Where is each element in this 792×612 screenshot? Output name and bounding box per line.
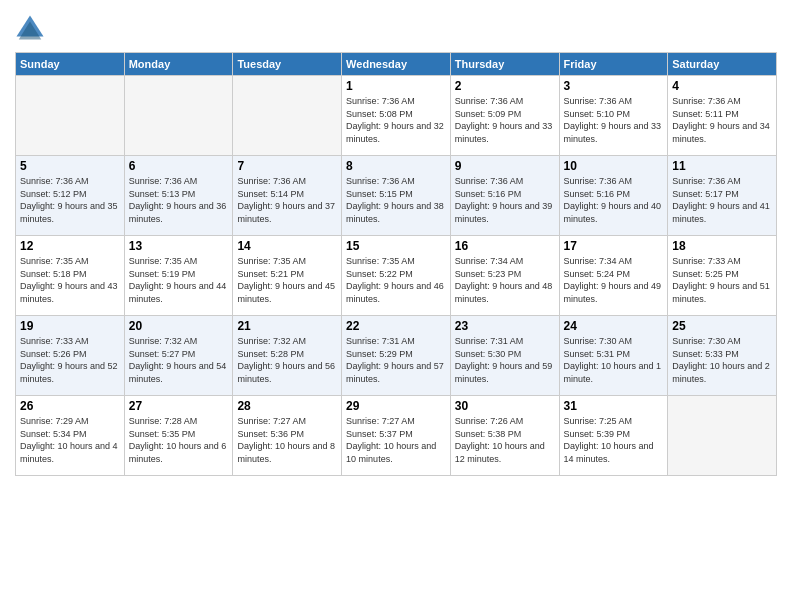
- calendar-cell: 15Sunrise: 7:35 AM Sunset: 5:22 PM Dayli…: [342, 236, 451, 316]
- calendar-cell: 30Sunrise: 7:26 AM Sunset: 5:38 PM Dayli…: [450, 396, 559, 476]
- day-info: Sunrise: 7:29 AM Sunset: 5:34 PM Dayligh…: [20, 415, 120, 465]
- weekday-header-tuesday: Tuesday: [233, 53, 342, 76]
- calendar-cell: 20Sunrise: 7:32 AM Sunset: 5:27 PM Dayli…: [124, 316, 233, 396]
- day-info: Sunrise: 7:28 AM Sunset: 5:35 PM Dayligh…: [129, 415, 229, 465]
- day-info: Sunrise: 7:36 AM Sunset: 5:16 PM Dayligh…: [564, 175, 664, 225]
- calendar-cell: 8Sunrise: 7:36 AM Sunset: 5:15 PM Daylig…: [342, 156, 451, 236]
- day-info: Sunrise: 7:36 AM Sunset: 5:11 PM Dayligh…: [672, 95, 772, 145]
- day-info: Sunrise: 7:35 AM Sunset: 5:21 PM Dayligh…: [237, 255, 337, 305]
- day-info: Sunrise: 7:27 AM Sunset: 5:36 PM Dayligh…: [237, 415, 337, 465]
- day-info: Sunrise: 7:36 AM Sunset: 5:09 PM Dayligh…: [455, 95, 555, 145]
- calendar-table: SundayMondayTuesdayWednesdayThursdayFrid…: [15, 52, 777, 476]
- page-container: SundayMondayTuesdayWednesdayThursdayFrid…: [0, 0, 792, 486]
- calendar-cell: 5Sunrise: 7:36 AM Sunset: 5:12 PM Daylig…: [16, 156, 125, 236]
- day-info: Sunrise: 7:26 AM Sunset: 5:38 PM Dayligh…: [455, 415, 555, 465]
- day-number: 9: [455, 159, 555, 173]
- day-number: 27: [129, 399, 229, 413]
- day-number: 20: [129, 319, 229, 333]
- weekday-header-thursday: Thursday: [450, 53, 559, 76]
- day-info: Sunrise: 7:35 AM Sunset: 5:22 PM Dayligh…: [346, 255, 446, 305]
- header: [15, 10, 777, 44]
- calendar-cell: 1Sunrise: 7:36 AM Sunset: 5:08 PM Daylig…: [342, 76, 451, 156]
- weekday-header-monday: Monday: [124, 53, 233, 76]
- day-info: Sunrise: 7:27 AM Sunset: 5:37 PM Dayligh…: [346, 415, 446, 465]
- day-info: Sunrise: 7:30 AM Sunset: 5:31 PM Dayligh…: [564, 335, 664, 385]
- day-info: Sunrise: 7:34 AM Sunset: 5:23 PM Dayligh…: [455, 255, 555, 305]
- weekday-header-friday: Friday: [559, 53, 668, 76]
- day-number: 5: [20, 159, 120, 173]
- day-info: Sunrise: 7:36 AM Sunset: 5:13 PM Dayligh…: [129, 175, 229, 225]
- day-info: Sunrise: 7:36 AM Sunset: 5:16 PM Dayligh…: [455, 175, 555, 225]
- calendar-cell: 12Sunrise: 7:35 AM Sunset: 5:18 PM Dayli…: [16, 236, 125, 316]
- day-number: 2: [455, 79, 555, 93]
- day-number: 11: [672, 159, 772, 173]
- calendar-cell: 7Sunrise: 7:36 AM Sunset: 5:14 PM Daylig…: [233, 156, 342, 236]
- day-number: 1: [346, 79, 446, 93]
- day-number: 13: [129, 239, 229, 253]
- day-info: Sunrise: 7:25 AM Sunset: 5:39 PM Dayligh…: [564, 415, 664, 465]
- day-info: Sunrise: 7:36 AM Sunset: 5:12 PM Dayligh…: [20, 175, 120, 225]
- calendar-cell: [124, 76, 233, 156]
- day-info: Sunrise: 7:36 AM Sunset: 5:08 PM Dayligh…: [346, 95, 446, 145]
- day-number: 29: [346, 399, 446, 413]
- day-number: 23: [455, 319, 555, 333]
- calendar-cell: 21Sunrise: 7:32 AM Sunset: 5:28 PM Dayli…: [233, 316, 342, 396]
- day-number: 12: [20, 239, 120, 253]
- day-number: 31: [564, 399, 664, 413]
- day-info: Sunrise: 7:30 AM Sunset: 5:33 PM Dayligh…: [672, 335, 772, 385]
- calendar-cell: 29Sunrise: 7:27 AM Sunset: 5:37 PM Dayli…: [342, 396, 451, 476]
- calendar-cell: [16, 76, 125, 156]
- calendar-cell: 16Sunrise: 7:34 AM Sunset: 5:23 PM Dayli…: [450, 236, 559, 316]
- logo-icon: [15, 14, 45, 44]
- weekday-header-wednesday: Wednesday: [342, 53, 451, 76]
- day-number: 8: [346, 159, 446, 173]
- calendar-cell: 4Sunrise: 7:36 AM Sunset: 5:11 PM Daylig…: [668, 76, 777, 156]
- calendar-cell: 23Sunrise: 7:31 AM Sunset: 5:30 PM Dayli…: [450, 316, 559, 396]
- calendar-cell: 2Sunrise: 7:36 AM Sunset: 5:09 PM Daylig…: [450, 76, 559, 156]
- day-number: 14: [237, 239, 337, 253]
- day-number: 30: [455, 399, 555, 413]
- week-row-1: 1Sunrise: 7:36 AM Sunset: 5:08 PM Daylig…: [16, 76, 777, 156]
- day-number: 3: [564, 79, 664, 93]
- day-info: Sunrise: 7:36 AM Sunset: 5:15 PM Dayligh…: [346, 175, 446, 225]
- day-info: Sunrise: 7:32 AM Sunset: 5:28 PM Dayligh…: [237, 335, 337, 385]
- weekday-header-saturday: Saturday: [668, 53, 777, 76]
- day-info: Sunrise: 7:31 AM Sunset: 5:29 PM Dayligh…: [346, 335, 446, 385]
- calendar-cell: 27Sunrise: 7:28 AM Sunset: 5:35 PM Dayli…: [124, 396, 233, 476]
- calendar-cell: 10Sunrise: 7:36 AM Sunset: 5:16 PM Dayli…: [559, 156, 668, 236]
- day-number: 28: [237, 399, 337, 413]
- calendar-cell: 26Sunrise: 7:29 AM Sunset: 5:34 PM Dayli…: [16, 396, 125, 476]
- day-info: Sunrise: 7:35 AM Sunset: 5:18 PM Dayligh…: [20, 255, 120, 305]
- calendar-cell: 25Sunrise: 7:30 AM Sunset: 5:33 PM Dayli…: [668, 316, 777, 396]
- day-number: 26: [20, 399, 120, 413]
- day-info: Sunrise: 7:36 AM Sunset: 5:17 PM Dayligh…: [672, 175, 772, 225]
- calendar-cell: [668, 396, 777, 476]
- day-number: 4: [672, 79, 772, 93]
- calendar-cell: 28Sunrise: 7:27 AM Sunset: 5:36 PM Dayli…: [233, 396, 342, 476]
- day-number: 15: [346, 239, 446, 253]
- weekday-header-row: SundayMondayTuesdayWednesdayThursdayFrid…: [16, 53, 777, 76]
- day-number: 22: [346, 319, 446, 333]
- calendar-cell: 3Sunrise: 7:36 AM Sunset: 5:10 PM Daylig…: [559, 76, 668, 156]
- week-row-3: 12Sunrise: 7:35 AM Sunset: 5:18 PM Dayli…: [16, 236, 777, 316]
- day-number: 24: [564, 319, 664, 333]
- day-info: Sunrise: 7:33 AM Sunset: 5:25 PM Dayligh…: [672, 255, 772, 305]
- day-number: 19: [20, 319, 120, 333]
- day-info: Sunrise: 7:34 AM Sunset: 5:24 PM Dayligh…: [564, 255, 664, 305]
- day-info: Sunrise: 7:33 AM Sunset: 5:26 PM Dayligh…: [20, 335, 120, 385]
- day-info: Sunrise: 7:35 AM Sunset: 5:19 PM Dayligh…: [129, 255, 229, 305]
- day-info: Sunrise: 7:32 AM Sunset: 5:27 PM Dayligh…: [129, 335, 229, 385]
- calendar-cell: 22Sunrise: 7:31 AM Sunset: 5:29 PM Dayli…: [342, 316, 451, 396]
- day-number: 18: [672, 239, 772, 253]
- day-number: 16: [455, 239, 555, 253]
- calendar-cell: 6Sunrise: 7:36 AM Sunset: 5:13 PM Daylig…: [124, 156, 233, 236]
- calendar-cell: [233, 76, 342, 156]
- calendar-cell: 17Sunrise: 7:34 AM Sunset: 5:24 PM Dayli…: [559, 236, 668, 316]
- day-number: 17: [564, 239, 664, 253]
- calendar-cell: 19Sunrise: 7:33 AM Sunset: 5:26 PM Dayli…: [16, 316, 125, 396]
- week-row-4: 19Sunrise: 7:33 AM Sunset: 5:26 PM Dayli…: [16, 316, 777, 396]
- day-number: 25: [672, 319, 772, 333]
- week-row-2: 5Sunrise: 7:36 AM Sunset: 5:12 PM Daylig…: [16, 156, 777, 236]
- calendar-cell: 14Sunrise: 7:35 AM Sunset: 5:21 PM Dayli…: [233, 236, 342, 316]
- calendar-cell: 13Sunrise: 7:35 AM Sunset: 5:19 PM Dayli…: [124, 236, 233, 316]
